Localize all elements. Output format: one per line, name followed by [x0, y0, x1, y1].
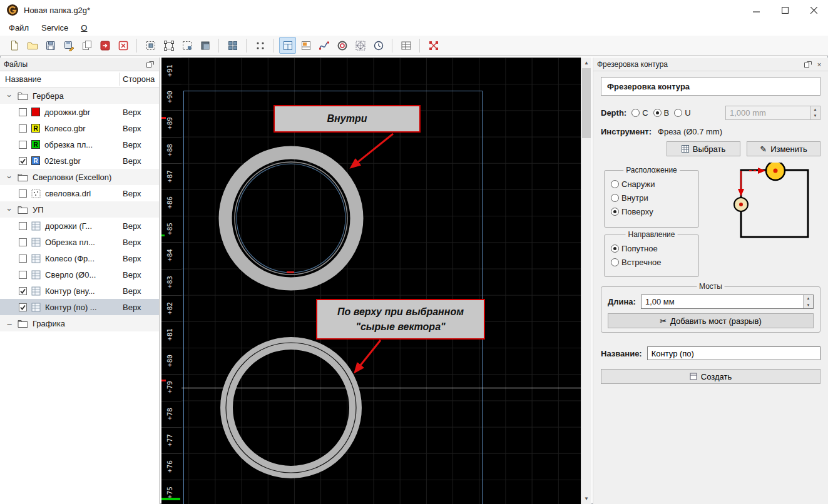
close-project-icon: [118, 40, 129, 51]
select-element-button[interactable]: [142, 37, 159, 54]
save-as-icon: [63, 40, 74, 51]
save-as-button[interactable]: [60, 37, 77, 54]
layer-checkbox[interactable]: [19, 255, 27, 263]
contour-circle-top: [225, 153, 357, 284]
depth-value-spinner[interactable]: 1,000 mm ▲▼: [725, 106, 820, 120]
column-divider[interactable]: [119, 73, 120, 86]
scrollbar-thumb[interactable]: [582, 68, 591, 138]
float-panel-icon[interactable]: [145, 59, 155, 69]
direction-option-climb[interactable]: Попутное: [611, 244, 698, 253]
bridge-length-spinner[interactable]: 1,00 мм ▲▼: [641, 295, 814, 309]
milling-direction-diagram: [724, 163, 818, 250]
new-file-button[interactable]: [6, 37, 23, 54]
tree-item-up-sverlo[interactable]: Сверло (Ø0...Верх: [0, 266, 159, 283]
direction-option-conventional[interactable]: Встречное: [611, 258, 698, 267]
select-tool-button[interactable]: Выбрать: [667, 141, 740, 156]
tree-item-grafika[interactable]: –Графика: [0, 315, 159, 331]
chevron-down-icon[interactable]: ›: [5, 91, 14, 100]
raw-vectors-button[interactable]: [315, 37, 332, 54]
tree-item-sverlovki[interactable]: ›Сверловки (Excellon): [0, 169, 159, 185]
operation-name-input[interactable]: [647, 346, 820, 360]
program-file-icon: [31, 270, 41, 280]
tree-item-up-dorozhki[interactable]: дорожки (Г...Верх: [0, 218, 159, 234]
transform-button[interactable]: [425, 37, 442, 54]
close-button[interactable]: [799, 0, 828, 20]
layer-checkbox[interactable]: [19, 271, 27, 279]
right-panel-header: Фрезеровка контура ×: [593, 58, 828, 71]
layer-checkbox[interactable]: [19, 189, 27, 198]
depth-option-u[interactable]: U: [674, 108, 690, 118]
create-button[interactable]: Создать: [601, 369, 820, 384]
layer-checkbox[interactable]: [19, 141, 27, 149]
spinner-arrows-icon[interactable]: ▲▼: [803, 295, 813, 308]
tree-item-obrezka-gbr[interactable]: Rобрезка пл...Верх: [0, 136, 159, 153]
toolbar-separator: [246, 39, 247, 53]
depth-row: Depth: C B U 1,000 mm ▲▼: [601, 105, 820, 120]
right-panel-title: Фрезеровка контура: [597, 60, 802, 69]
tree-item-up-koleso[interactable]: Колесо (Фр...Верх: [0, 250, 159, 266]
layer-checkbox[interactable]: [19, 108, 27, 116]
tile-windows-icon: [227, 40, 238, 51]
item-side: Верх: [123, 124, 141, 133]
item-label: Гербера: [33, 91, 64, 101]
bounds-view-button[interactable]: [352, 37, 369, 54]
save-copy-button[interactable]: [78, 37, 95, 54]
tree-item-up[interactable]: ›УП: [0, 201, 159, 218]
tree-item-up-kontur-po[interactable]: Контур (по) ...Верх: [0, 299, 159, 315]
import-project-button[interactable]: [96, 37, 113, 54]
save-button[interactable]: [42, 37, 59, 54]
close-panel-icon[interactable]: ×: [814, 59, 824, 69]
item-side: Верх: [123, 286, 141, 296]
layer-checkbox[interactable]: [19, 238, 27, 246]
tree-item-test02-gbr[interactable]: R02test.gbrВерх: [0, 153, 159, 169]
tree-item-koleso-gbr[interactable]: RКолесо.gbrВерх: [0, 120, 159, 136]
simulation-icon: [373, 40, 384, 51]
tree-item-up-kontur-vnu[interactable]: Контур (вну...Верх: [0, 283, 159, 299]
add-bridge-button[interactable]: ✂ Добавить мост (разрыв): [608, 313, 814, 328]
select-region-button[interactable]: [160, 37, 177, 54]
spinner-arrows-icon[interactable]: ▲▼: [810, 106, 820, 119]
preview-panel-button[interactable]: [279, 37, 296, 54]
menu-item-service[interactable]: Service: [35, 21, 74, 34]
bounds-view-icon: [355, 40, 366, 51]
edit-tool-button[interactable]: ✎ Изменить: [747, 141, 820, 156]
snap-grid-button[interactable]: [252, 37, 268, 54]
layer-checkbox[interactable]: [19, 303, 27, 311]
scroll-down-icon[interactable]: ▼: [581, 493, 591, 504]
workspace-canvas[interactable]: +91+90+89+88+87+86+85+84+83+82+81+80+79+…: [161, 58, 581, 504]
tree-item-gerbera[interactable]: ›Гербера: [0, 88, 159, 104]
gcode-table-button[interactable]: [397, 37, 414, 54]
rings-view-button[interactable]: [334, 37, 350, 54]
tree-item-up-obrezka[interactable]: Обрезка пл...Верх: [0, 234, 159, 250]
menu-item-about[interactable]: О: [74, 21, 93, 34]
layers-panel-button[interactable]: [297, 37, 314, 54]
minimize-button[interactable]: [742, 0, 770, 20]
depth-option-c[interactable]: C: [631, 108, 648, 118]
location-option-outside[interactable]: Снаружи: [611, 179, 698, 189]
canvas-vertical-scrollbar[interactable]: ▲ ▼: [581, 58, 591, 504]
tree-item-sverlovka-drl[interactable]: свеловка.drlВерх: [0, 185, 159, 201]
import-project-icon: [100, 40, 111, 51]
chevron-down-icon[interactable]: ›: [5, 173, 14, 181]
depth-option-b[interactable]: B: [653, 108, 670, 118]
float-panel-icon[interactable]: [803, 59, 813, 69]
tree-item-dorozhki-gbr[interactable]: дорожки.gbrВерх: [0, 104, 159, 120]
chevron-down-icon[interactable]: ›: [5, 205, 14, 214]
select-marquee-button[interactable]: [178, 37, 195, 54]
menu-item-file[interactable]: Файл: [3, 21, 35, 34]
open-project-button[interactable]: [24, 37, 41, 54]
simulation-button[interactable]: [370, 37, 387, 54]
bridge-length-row: Длина: 1,00 мм ▲▼: [608, 295, 814, 309]
maximize-button[interactable]: [770, 0, 799, 20]
layer-checkbox[interactable]: [19, 222, 27, 230]
location-option-inside[interactable]: Внутри: [611, 193, 698, 203]
select-filled-button[interactable]: [197, 37, 213, 54]
operation-title: Фрезеровка контура: [607, 82, 690, 91]
tile-windows-button[interactable]: [224, 37, 241, 54]
location-option-on-top[interactable]: Поверху: [611, 207, 698, 216]
close-project-button[interactable]: [115, 37, 131, 54]
layer-checkbox[interactable]: [19, 157, 27, 165]
layer-checkbox[interactable]: [19, 124, 27, 133]
layer-checkbox[interactable]: [19, 287, 27, 295]
scroll-up-icon[interactable]: ▲: [581, 58, 591, 68]
